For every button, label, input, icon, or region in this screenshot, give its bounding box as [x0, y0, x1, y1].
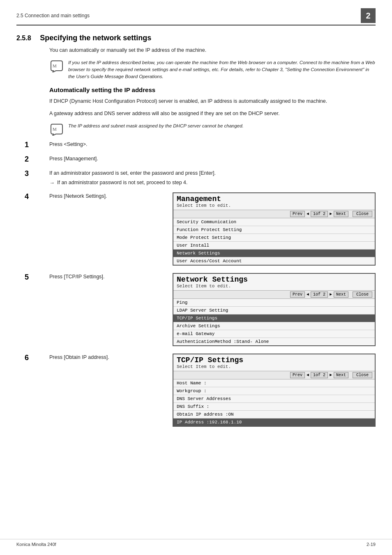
svg-text:M: M	[53, 63, 57, 68]
network-settings-panel: Network Settings Select Item to edit. Pr…	[173, 273, 376, 346]
step-2-text: Press [Management].	[49, 155, 376, 163]
step-3-arrow-text: If an administrator password is not set,…	[57, 179, 188, 187]
svg-text:M: M	[53, 127, 57, 132]
tcpip-item-4[interactable]: Obtain IP address :ON	[173, 411, 375, 419]
management-item-3[interactable]: User Install	[173, 242, 375, 250]
tcpip-nav-arrow-right: ►	[329, 372, 333, 378]
tcpip-panel-nav: Prev ◄ 1of 2 ► Next Close	[173, 371, 375, 379]
tcpip-item-0[interactable]: Host Name :	[173, 379, 375, 387]
network-item-3[interactable]: Archive Settings	[173, 322, 375, 330]
section-heading-row: 2.5.8 Specifying the network settings	[16, 34, 376, 42]
network-item-4[interactable]: e-mail Gateway	[173, 330, 375, 338]
note-icon-2: M	[49, 123, 64, 136]
note-box-1: M If you set the IP address described be…	[49, 59, 376, 81]
management-item-2[interactable]: Mode Protect Setting	[173, 234, 375, 242]
step-1-number: 1	[16, 141, 49, 149]
step-4-text: Press [Network Settings].	[49, 192, 164, 200]
management-panel-subtitle: Select Item to edit.	[173, 203, 375, 210]
management-item-4[interactable]: Network Settings	[173, 250, 375, 257]
tcpip-panel-subtitle: Select Item to edit.	[173, 364, 375, 371]
page-container: 2.5 Connection and main settings 2 2.5.8…	[0, 0, 392, 555]
step-1-text: Press <Setting>.	[49, 141, 376, 148]
tcpip-prev-btn[interactable]: Prev	[290, 372, 305, 378]
network-close-btn[interactable]: Close	[353, 291, 372, 298]
note-text-1: If you set the IP address described belo…	[68, 59, 376, 81]
step-6-number: 6	[16, 354, 49, 362]
section-intro: You can automatically or manually set th…	[49, 46, 376, 54]
section-title: Specifying the network settings	[40, 34, 151, 42]
management-nav-arrow-left: ◄	[306, 211, 310, 217]
arrow-symbol: →	[49, 179, 55, 187]
tcpip-panel: TCP/IP Settings Select Item to edit. Pre…	[173, 354, 376, 427]
tcpip-panel-title: TCP/IP Settings	[173, 354, 375, 364]
chapter-number: 2	[361, 8, 376, 23]
step-3: 3 If an administrator password is set, e…	[16, 169, 376, 187]
step-5-number: 5	[16, 273, 49, 282]
section-number: 2.5.8	[16, 35, 31, 42]
header-section-label: 2.5 Connection and main settings	[16, 13, 90, 18]
sub-section-para1: If DHCP (Dynamic Host Configuration Prot…	[49, 97, 376, 105]
tcpip-item-5[interactable]: IP Address :192.168.1.10	[173, 419, 375, 426]
page-header: 2.5 Connection and main settings 2	[16, 8, 376, 25]
note-icon-1: M	[49, 60, 64, 72]
network-item-0[interactable]: Ping	[173, 299, 375, 307]
footer-page: 2-19	[367, 542, 376, 547]
step-3-text: If an administrator password is set, ent…	[49, 170, 216, 176]
network-nav-arrow-left: ◄	[306, 291, 310, 298]
network-panel-nav: Prev ◄ 1of 2 ► Next Close	[173, 290, 375, 299]
management-item-1[interactable]: Function Protect Setting	[173, 226, 375, 234]
step-4-panel-col: Management Select Item to edit. Prev ◄ 1…	[173, 192, 376, 266]
step-2-number: 2	[16, 155, 49, 164]
tcpip-page: 1of 2	[311, 372, 328, 378]
sub-section-title: Automatically setting the IP address	[49, 86, 376, 93]
note-box-2: M The IP address and subnet mask assigne…	[49, 123, 376, 135]
step-4: 4 Press [Network Settings]. Management S…	[16, 192, 376, 266]
step-2: 2 Press [Management].	[16, 155, 376, 164]
management-nav-arrow-right: ►	[329, 211, 333, 217]
step-6-text: Press [Obtain IP address].	[49, 354, 164, 361]
management-panel-title: Management	[173, 193, 375, 203]
network-nav-arrow-right: ►	[329, 291, 333, 298]
step-6-panel-col: TCP/IP Settings Select Item to edit. Pre…	[173, 354, 376, 427]
step-3-number: 3	[16, 169, 49, 178]
tcpip-item-1[interactable]: Workgroup :	[173, 387, 375, 395]
network-panel-title: Network Settings	[173, 274, 375, 284]
footer-product: Konica Minolta 240f	[16, 542, 56, 547]
network-item-5[interactable]: AuthenticationMethod :Stand- Alone	[173, 338, 375, 345]
management-prev-btn[interactable]: Prev	[290, 211, 305, 217]
tcpip-nav-arrow-left: ◄	[306, 372, 310, 378]
tcpip-item-2[interactable]: DNS Server Addresses	[173, 395, 375, 403]
management-item-5[interactable]: User Access/Cost Account	[173, 257, 375, 265]
step-5: 5 Press [TCP/IP Settings]. Network Setti…	[16, 273, 376, 346]
note-text-2: The IP address and subnet mask assigned …	[68, 123, 244, 130]
sub-section-para2: A gateway address and DNS server address…	[49, 110, 376, 118]
step-4-number: 4	[16, 192, 49, 201]
network-panel-subtitle: Select Item to edit.	[173, 284, 375, 290]
network-page: 1of 2	[311, 291, 328, 298]
network-prev-btn[interactable]: Prev	[290, 291, 305, 298]
tcpip-item-3[interactable]: DNS Suffix :	[173, 403, 375, 411]
step-3-content: If an administrator password is set, ent…	[49, 169, 376, 187]
page-footer: Konica Minolta 240f 2-19	[0, 539, 392, 547]
management-page: 1of 2	[311, 211, 328, 217]
network-next-btn[interactable]: Next	[334, 291, 348, 298]
step-1: 1 Press <Setting>.	[16, 141, 376, 149]
management-close-btn[interactable]: Close	[353, 211, 372, 217]
step-5-panel-col: Network Settings Select Item to edit. Pr…	[173, 273, 376, 346]
step-5-text: Press [TCP/IP Settings].	[49, 273, 164, 281]
step-6: 6 Press [Obtain IP address]. TCP/IP Sett…	[16, 354, 376, 427]
management-item-0[interactable]: Security Communication	[173, 218, 375, 226]
management-panel-nav: Prev ◄ 1of 2 ► Next Close	[173, 210, 375, 218]
network-item-1[interactable]: LDAP Server Setting	[173, 307, 375, 314]
management-panel: Management Select Item to edit. Prev ◄ 1…	[173, 192, 376, 266]
network-item-2[interactable]: TCP/IP Settings	[173, 314, 375, 322]
management-next-btn[interactable]: Next	[334, 211, 348, 217]
tcpip-next-btn[interactable]: Next	[334, 372, 348, 378]
step-3-arrow-note: → If an administrator password is not se…	[49, 179, 376, 187]
tcpip-close-btn[interactable]: Close	[353, 372, 372, 378]
